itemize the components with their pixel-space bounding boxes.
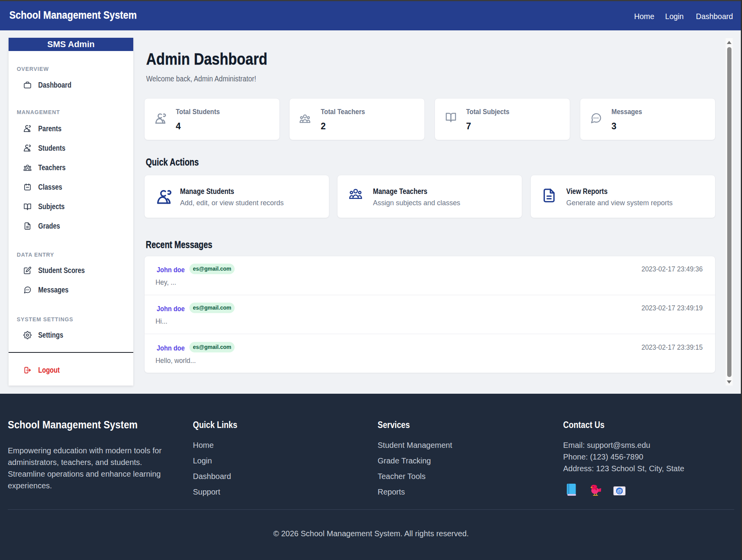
svg-text:@: @	[617, 488, 622, 494]
